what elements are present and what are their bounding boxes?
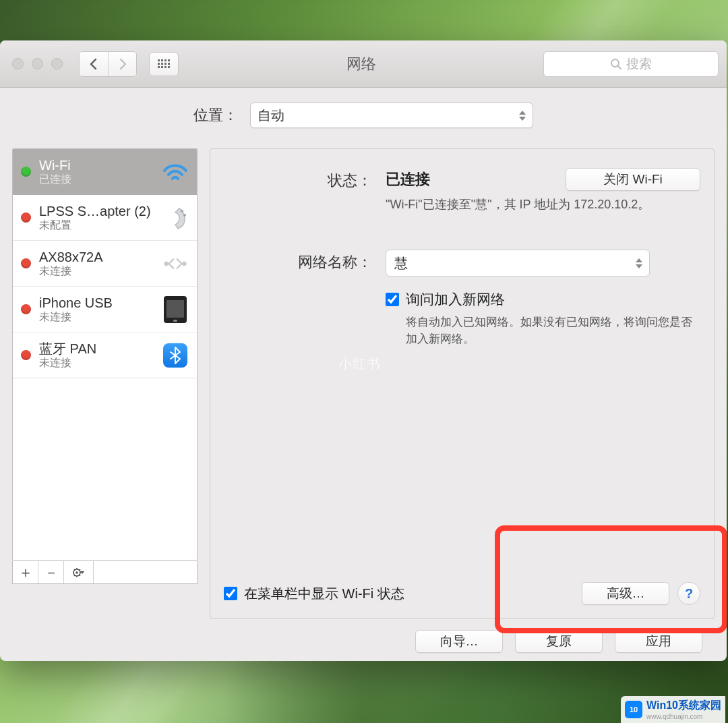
status-dot-disconnected-icon [21, 304, 31, 314]
ask-join-hint: 将自动加入已知网络。如果没有已知网络，将询问您是否加入新网络。 [386, 314, 700, 347]
wifi-icon [162, 158, 189, 185]
location-popup[interactable]: 自动 [250, 103, 533, 128]
service-name: 蓝牙 PAN [39, 341, 154, 357]
service-status: 未连接 [39, 265, 154, 277]
search-icon [610, 58, 622, 70]
grid-icon [158, 59, 170, 68]
advanced-button[interactable]: 高级… [582, 582, 669, 605]
network-name-value: 慧 [394, 254, 408, 272]
show-all-button[interactable] [149, 52, 179, 76]
service-item-lpss[interactable]: LPSS S…apter (2) 未配置 [13, 195, 197, 241]
chevron-up-down-icon [516, 107, 528, 124]
assist-button[interactable]: 向导… [415, 630, 503, 653]
network-name-label: 网络名称： [224, 250, 372, 272]
remove-service-button[interactable]: － [38, 561, 64, 583]
service-item-iphone-usb[interactable]: iPhone USB 未连接 [13, 287, 197, 332]
ask-join-checkbox[interactable] [386, 293, 399, 306]
service-item-ax88[interactable]: AX88x72A 未连接 [13, 241, 197, 287]
svg-line-1 [618, 66, 621, 69]
watermark-center: 小红书 [338, 355, 381, 373]
show-menubar-label: 在菜单栏中显示 Wi-Fi 状态 [244, 585, 404, 603]
ask-join-label: 询问加入新网络 [406, 290, 505, 309]
detail-panel: 状态： 已连接 关闭 Wi-Fi "Wi-Fi"已连接至"慧"，其 IP 地址为… [210, 148, 715, 619]
bluetooth-icon [162, 342, 189, 369]
watermark-text: Win10系统家园 [646, 699, 721, 713]
status-dot-connected-icon [21, 167, 31, 177]
status-description: "Wi-Fi"已连接至"慧"，其 IP 地址为 172.20.10.2。 [386, 196, 700, 213]
apply-button[interactable]: 应用 [615, 630, 702, 653]
minimize-window-icon[interactable] [32, 58, 43, 69]
network-name-popup[interactable]: 慧 [386, 250, 650, 277]
svg-point-7 [75, 571, 78, 574]
turn-off-wifi-button[interactable]: 关闭 Wi-Fi [566, 168, 700, 191]
status-label: 状态： [224, 168, 372, 191]
service-status: 未连接 [39, 311, 154, 323]
add-service-button[interactable]: ＋ [13, 561, 38, 583]
svg-point-3 [183, 214, 186, 216]
services-sidebar: Wi-Fi 已连接 LPSS S…apter (2) 未配置 [12, 148, 198, 561]
forward-button[interactable] [108, 52, 136, 76]
service-item-wifi[interactable]: Wi-Fi 已连接 [13, 149, 197, 195]
watermark-corner: 10 Win10系统家园 www.qdhuajin.com [621, 696, 725, 723]
search-input[interactable]: 搜索 [543, 51, 719, 77]
titlebar: 网络 搜索 [0, 40, 727, 88]
service-status: 未配置 [39, 219, 154, 231]
service-name: LPSS S…apter (2) [39, 204, 154, 219]
show-menubar-checkbox[interactable] [224, 587, 237, 600]
service-name: AX88x72A [39, 250, 154, 265]
service-name: iPhone USB [39, 295, 154, 311]
zoom-window-icon[interactable] [51, 58, 63, 69]
watermark-badge-icon: 10 [625, 701, 642, 718]
phone-serial-icon [162, 204, 189, 231]
status-dot-disconnected-icon [21, 258, 31, 268]
svg-point-4 [164, 261, 169, 266]
window-title: 网络 [185, 54, 537, 74]
close-window-icon[interactable] [12, 58, 24, 69]
svg-point-2 [181, 210, 183, 212]
revert-button[interactable]: 复原 [515, 630, 603, 653]
status-dot-disconnected-icon [21, 212, 31, 223]
location-label: 位置： [193, 105, 238, 125]
network-preferences-window: 网络 搜索 位置： 自动 Wi-Fi 已连接 [0, 40, 727, 661]
status-value: 已连接 [386, 169, 430, 190]
back-button[interactable] [80, 52, 108, 76]
status-dot-disconnected-icon [21, 350, 31, 360]
service-item-bluetooth-pan[interactable]: 蓝牙 PAN 未连接 [13, 332, 197, 378]
location-value: 自动 [257, 107, 284, 125]
tutorial-highlight-box [495, 525, 727, 633]
ethernet-icon [162, 250, 189, 277]
iphone-icon [162, 296, 189, 323]
svg-point-5 [182, 261, 187, 266]
watermark-url: www.qdhuajin.com [646, 713, 721, 720]
service-status: 未连接 [39, 357, 154, 369]
service-actions-button[interactable] [64, 561, 94, 583]
help-button[interactable]: ? [677, 582, 700, 605]
chevron-up-down-icon [633, 254, 645, 272]
gear-icon [72, 567, 86, 578]
service-status: 已连接 [39, 173, 154, 185]
search-placeholder: 搜索 [626, 55, 652, 73]
service-name: Wi-Fi [39, 158, 154, 173]
